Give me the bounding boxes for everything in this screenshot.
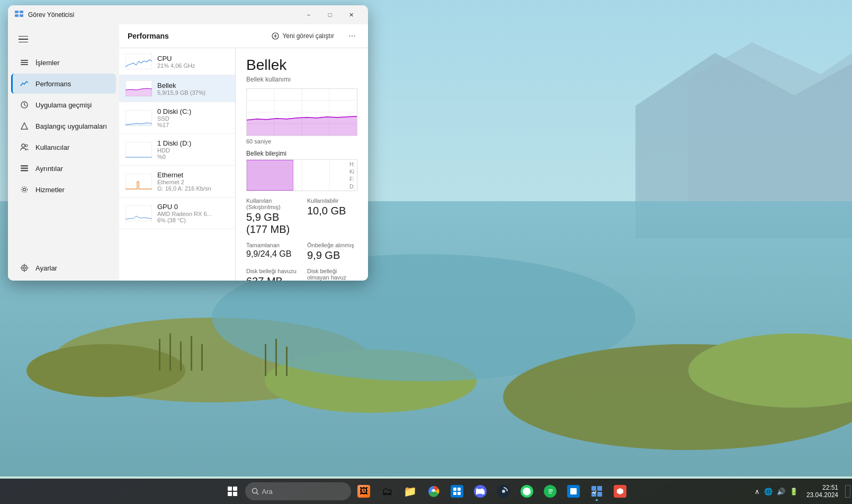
svg-rect-10 xyxy=(159,339,160,371)
sidebar-item-ayarlar[interactable]: Ayarlar xyxy=(11,258,116,278)
task-manager-window: Görev Yöneticisi − □ ✕ xyxy=(8,5,368,281)
taskbar-apps[interactable] xyxy=(446,481,468,502)
disk0-name: 0 Diski (C:) xyxy=(157,107,229,115)
device-list: CPU 21% 4,06 GHz xyxy=(119,48,236,281)
stat-committed: Tamamlanan 9,9/24,4 GB xyxy=(246,242,297,262)
tray-battery[interactable]: 🔋 xyxy=(788,487,799,497)
window-body: İşlemler Performans xyxy=(8,24,368,281)
sidebar-item-islemler[interactable]: İşlemler xyxy=(11,52,116,73)
hamburger-menu[interactable] xyxy=(16,31,33,48)
taskbar-steam[interactable] xyxy=(493,481,514,502)
stat-available-value: 10,0 GB xyxy=(307,205,357,217)
gallery-icon: 🖼 xyxy=(357,485,370,498)
taskbar-discord[interactable] xyxy=(470,481,491,502)
whatsapp-icon xyxy=(521,485,533,498)
svg-rect-21 xyxy=(20,14,23,17)
stats-grid: Kullanılan (Sıkıştırılmış) 5,9 GB (177 M… xyxy=(246,197,357,281)
svg-rect-11 xyxy=(169,334,171,371)
clock[interactable]: 22:51 23.04.2024 xyxy=(802,484,842,499)
stat-cached: Önbelleğe alınmış 9,9 GB xyxy=(307,242,357,262)
tray-network[interactable]: 🌐 xyxy=(763,487,774,497)
startup-icon xyxy=(20,121,29,131)
files-icon: 🗂 xyxy=(381,485,393,498)
device-item-gpu0[interactable]: GPU 0 AMD Radeon RX 6... 6% (38 °C) xyxy=(119,197,235,229)
device-item-disk0[interactable]: 0 Diski (C:) SSD %17 xyxy=(119,102,235,134)
svg-marker-42 xyxy=(125,88,152,96)
chart-icon xyxy=(20,79,29,88)
svg-rect-23 xyxy=(21,62,28,63)
sidebar-item-kullanicilar[interactable]: Kullanıcılar xyxy=(11,137,116,157)
spotify-icon xyxy=(544,485,557,498)
close-button[interactable]: ✕ xyxy=(340,6,362,23)
taskbar-chrome[interactable] xyxy=(423,481,444,502)
settings-icon xyxy=(20,263,29,273)
disk0-sub: SSD xyxy=(157,115,229,122)
sidebar-item-hizmetler[interactable]: Hizmetler xyxy=(11,179,116,200)
app10-icon xyxy=(567,485,580,498)
details-icon xyxy=(20,164,29,173)
svg-rect-81 xyxy=(591,486,596,491)
sidebar-item-label: Kullanıcılar xyxy=(35,143,69,151)
disk1-sub2: %0 xyxy=(157,154,229,160)
list-icon xyxy=(20,58,29,67)
stat-cached-label: Önbelleğe alınmış xyxy=(307,242,357,248)
history-icon xyxy=(20,100,29,110)
composition-label: Bellek bileşimi xyxy=(246,150,357,157)
services-icon xyxy=(20,185,29,194)
minimize-button[interactable]: − xyxy=(298,6,319,23)
discord-icon xyxy=(474,485,487,498)
tray-arrow[interactable]: ∧ xyxy=(754,487,761,497)
main-area: Performans Yeni görevi çalıştır ··· xyxy=(119,24,368,281)
start-button[interactable] xyxy=(222,481,243,502)
content-split: CPU 21% 4,06 GHz xyxy=(119,48,368,281)
svg-rect-84 xyxy=(597,492,602,497)
taskbar-files[interactable]: 🗂 xyxy=(376,481,398,502)
svg-rect-74 xyxy=(458,488,461,491)
cpu-sub: 21% 4,06 GHz xyxy=(157,62,229,69)
tray-volume[interactable]: 🔊 xyxy=(776,487,786,497)
svg-rect-16 xyxy=(275,339,277,376)
cpu-mini-chart xyxy=(125,53,152,69)
device-item-disk1[interactable]: 1 Diski (D:) HDD %0 xyxy=(119,134,235,166)
taskbar-search[interactable]: Ara xyxy=(245,482,351,500)
stat-paged-value: 637 MB xyxy=(246,275,297,281)
system-tray: ∧ 🌐 🔊 🔋 22:51 23.04.2024 xyxy=(751,479,852,504)
notification-area[interactable] xyxy=(844,481,852,502)
disk1-sub: HDD xyxy=(157,147,229,154)
more-button[interactable]: ··· xyxy=(345,29,360,43)
svg-rect-73 xyxy=(453,488,456,491)
apps-icon xyxy=(451,485,463,498)
explorer-icon: 📁 xyxy=(404,485,417,498)
maximize-button[interactable]: □ xyxy=(319,6,340,23)
gpu0-sub2: 6% (38 °C) xyxy=(157,217,229,223)
svg-rect-22 xyxy=(21,60,28,61)
disk1-name: 1 Diski (D:) xyxy=(157,139,229,147)
taskbar-whatsapp[interactable] xyxy=(516,481,537,502)
svg-rect-12 xyxy=(180,341,182,371)
svg-rect-45 xyxy=(125,123,152,126)
taskbar-spotify[interactable] xyxy=(540,481,561,502)
disk0-mini-chart xyxy=(125,110,152,126)
sidebar-item-ayrintilar[interactable]: Ayrıntılar xyxy=(11,158,116,178)
bellek-sub: 5,9/15,9 GB (37%) xyxy=(157,89,229,96)
new-task-button[interactable]: Yeni görevi çalıştır xyxy=(267,30,338,42)
sidebar-item-baslangic[interactable]: Başlangıç uygulamaları xyxy=(11,116,116,136)
taskbar-explorer[interactable]: 📁 xyxy=(400,481,421,502)
chrome-icon xyxy=(427,485,440,498)
sidebar-item-label: Ayrıntılar xyxy=(35,165,63,173)
device-item-cpu[interactable]: CPU 21% 4,06 GHz xyxy=(119,48,235,75)
title-bar: Görev Yöneticisi − □ ✕ xyxy=(8,5,368,24)
taskbar-gallery[interactable]: 🖼 xyxy=(353,481,374,502)
steam-icon xyxy=(497,485,510,498)
sidebar-item-performans[interactable]: Performans xyxy=(11,74,116,94)
stat-nonpaged-label: Disk belleği olmayan havuz xyxy=(307,268,357,281)
taskbar-app12[interactable] xyxy=(609,481,631,502)
device-item-ethernet[interactable]: Ethernet Ethernet 2 G: 16,0 A: 216 Kb/sn xyxy=(119,166,235,197)
device-item-bellek[interactable]: Bellek 5,9/15,9 GB (37%) xyxy=(119,75,235,102)
sidebar-item-uygulama[interactable]: Uygulama geçmişi xyxy=(11,95,116,115)
disk1-mini-chart xyxy=(125,142,152,158)
taskbar-taskmanager[interactable] xyxy=(586,481,607,502)
svg-point-5 xyxy=(26,344,185,397)
sidebar-item-label: Başlangıç uygulamaları xyxy=(35,122,107,130)
taskbar-app10[interactable] xyxy=(563,481,584,502)
